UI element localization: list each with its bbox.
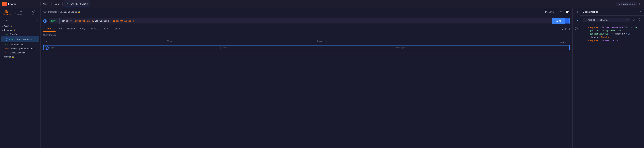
code-text-quote: ' bbox=[624, 26, 625, 29]
chevron-right-icon: ▶ bbox=[2, 25, 3, 27]
environments-nav-label: Environments bbox=[15, 13, 25, 15]
new-key-input[interactable] bbox=[50, 46, 219, 50]
more-tabs-button[interactable]: ··· bbox=[95, 3, 100, 6]
send-button[interactable]: Send bbox=[552, 18, 565, 24]
monitor-chevron-right-icon: ▶ bbox=[2, 56, 3, 58]
new-description-input[interactable] bbox=[395, 46, 570, 49]
code-snippet-button[interactable] bbox=[574, 18, 579, 24]
sidebar-item-environments[interactable]: Environments bbox=[14, 8, 27, 17]
method-selector[interactable]: GET ▾ bbox=[49, 19, 60, 24]
check-job-label: Check Job Status bbox=[16, 38, 32, 41]
copy-code-button[interactable] bbox=[637, 17, 641, 22]
save-label: Save bbox=[548, 11, 554, 13]
save-dropdown-icon: ▾ bbox=[555, 11, 556, 13]
bulk-edit-button[interactable]: Bulk Edit bbox=[560, 41, 568, 44]
info-button[interactable] bbox=[574, 26, 579, 32]
sidebar-item-add-schedule[interactable]: POST Add or Update Schedule bbox=[0, 47, 40, 51]
sidebar-item-collections[interactable]: Collections bbox=[0, 8, 14, 17]
breadcrumb-root: Integrate bbox=[48, 11, 57, 13]
sidebar-item-integrate[interactable]: ▼ Integrate 🔒 bbox=[0, 28, 40, 32]
sidebar-item-run-job[interactable]: GET Run Job bbox=[0, 32, 40, 36]
env-chevron-icon: ▾ bbox=[634, 3, 635, 5]
code-func-invoke: Invoke-RestMethod bbox=[602, 26, 622, 29]
param-tabs: Params Auth Headers Body Pre-req. Tests … bbox=[40, 26, 572, 32]
save-icon bbox=[545, 11, 548, 13]
step3-badge: 3 bbox=[45, 46, 48, 50]
sidebar-item-get-schedules[interactable]: GET Get Schedules bbox=[0, 43, 40, 47]
new-button[interactable]: New bbox=[40, 2, 50, 6]
comment-button[interactable]: 💬 bbox=[565, 10, 570, 14]
code-var-headers: $headers bbox=[601, 36, 610, 39]
code-url-integrate-url: {IntegrateUrl}}/api/v1/Jobs/ bbox=[588, 30, 624, 32]
monitor-lock-icon: 🔒 bbox=[12, 56, 14, 58]
sidebar-content: ▶ Assist 🔒 ▼ Integrate 🔒 GET Run Job 1 G… bbox=[0, 23, 40, 148]
query-params-area: Query Params Key Value Description ··· B… bbox=[40, 32, 572, 53]
active-tab[interactable]: GET Check Job Status bbox=[64, 0, 90, 8]
code-line-4: -Headers $headers bbox=[583, 36, 641, 39]
right-icons-column bbox=[572, 8, 580, 148]
table-more-button[interactable]: ··· bbox=[566, 39, 568, 41]
header-actions: Save ▾ ✏ 💬 bbox=[543, 10, 570, 14]
code-text-eq: = bbox=[600, 26, 602, 29]
tab-area: GET Check Job Status + ··· bbox=[64, 0, 614, 8]
tab-auth[interactable]: Auth bbox=[56, 26, 65, 32]
step2-badge: 2 bbox=[43, 19, 47, 23]
sidebar-more-button[interactable]: ··· bbox=[35, 19, 39, 22]
topbar: L Loome New Import GET Check Job Status … bbox=[0, 0, 644, 8]
chevron-down-icon: ▼ bbox=[2, 29, 4, 31]
tab-settings[interactable]: Settings bbox=[110, 26, 123, 32]
svg-rect-9 bbox=[639, 19, 640, 21]
new-value-input[interactable] bbox=[221, 46, 395, 49]
comment-panel-button[interactable] bbox=[574, 10, 579, 16]
sidebar-item-delete-schedule[interactable]: DEL Delete Schedule bbox=[0, 51, 40, 55]
tab-params[interactable]: Params bbox=[43, 26, 56, 32]
sidebar-item-monitor[interactable]: ▶ Monitor 🔒 bbox=[0, 55, 40, 59]
code-method-get: GET bbox=[626, 33, 630, 35]
sidebar: Collections Environments History + ≡ ··· bbox=[0, 8, 40, 148]
tab-headers[interactable]: Headers bbox=[65, 26, 78, 32]
assist-label: Assist bbox=[4, 25, 10, 27]
assist-lock-icon: 🔒 bbox=[10, 25, 13, 27]
language-dropdown-button[interactable]: PowerShell - RestMet... ▾ bbox=[583, 18, 630, 22]
get-schedules-method-tag: GET bbox=[5, 44, 9, 46]
tab-prereq[interactable]: Pre-req. bbox=[88, 26, 100, 32]
code-text-method-prefix: ' -Method ' bbox=[612, 33, 625, 35]
sidebar-item-assist[interactable]: ▶ Assist 🔒 bbox=[0, 24, 40, 28]
tab-tests[interactable]: Tests bbox=[100, 26, 110, 32]
code-settings-button[interactable]: ⚙ bbox=[632, 18, 636, 22]
request-panel: Integrate / Check Job Status 🔒 Save ▾ ✏ … bbox=[40, 8, 572, 148]
breadcrumb-current: Check Job Status bbox=[60, 11, 77, 13]
sidebar-item-history[interactable]: History bbox=[27, 8, 40, 17]
notifications-button[interactable]: ⊞ bbox=[638, 2, 642, 6]
app-name: Loome bbox=[8, 3, 16, 6]
code-url-start: https://{ bbox=[626, 26, 637, 29]
integrate-lock-icon: 🔒 bbox=[13, 29, 16, 31]
add-schedule-label: Add or Update Schedule bbox=[11, 48, 34, 50]
edit-button[interactable]: ✏ bbox=[560, 10, 563, 14]
tab-body[interactable]: Body bbox=[78, 26, 88, 32]
svg-point-4 bbox=[20, 11, 20, 12]
send-dropdown-button[interactable]: ▾ bbox=[565, 19, 570, 24]
code-line-1: 1 $response = Invoke-RestMethod ' https:… bbox=[583, 26, 641, 29]
svg-rect-2 bbox=[6, 12, 6, 13]
close-code-panel-button[interactable]: ✕ bbox=[639, 10, 641, 13]
integrate-label: Integrate bbox=[4, 29, 12, 31]
url-bar: GET ▾ https://{{IntegrateUrl}}/api/v1/Jo… bbox=[48, 18, 570, 24]
add-collection-button[interactable]: + bbox=[2, 19, 4, 22]
line-number-blank-3 bbox=[583, 36, 586, 39]
url-part-4: {{IntegrateJobId}} bbox=[110, 20, 134, 22]
sidebar-toolbar: + ≡ ··· bbox=[0, 18, 40, 23]
filter-button[interactable]: ≡ bbox=[6, 19, 8, 22]
environment-selector[interactable]: No Environment ▾ bbox=[616, 2, 637, 6]
code-block: 1 $response = Invoke-RestMethod ' https:… bbox=[580, 24, 644, 148]
add-tab-button[interactable]: + bbox=[90, 2, 94, 6]
save-button[interactable]: Save ▾ bbox=[543, 10, 558, 14]
svg-rect-1 bbox=[7, 10, 8, 11]
line-number-1: 1 bbox=[583, 26, 586, 29]
cookies-button[interactable]: Cookies bbox=[562, 28, 570, 30]
breadcrumb-lock-icon: 🔒 bbox=[78, 11, 80, 13]
code-snippet-panel: Code snippet ✕ PowerShell - RestMet... ▾… bbox=[580, 8, 644, 148]
import-button[interactable]: Import bbox=[51, 2, 63, 6]
step1-badge: 1 bbox=[6, 38, 10, 41]
sidebar-item-check-job-status[interactable]: 1 GET Check Job Status bbox=[1, 37, 39, 42]
